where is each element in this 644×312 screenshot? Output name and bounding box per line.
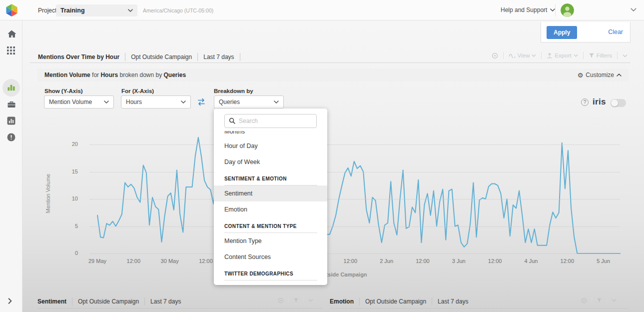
line-view-icon <box>509 53 516 58</box>
help-and-support-label: Help and Support <box>501 6 547 14</box>
dropdown-section-header: SENTIMENT & EMOTION <box>224 173 317 186</box>
chevron-down-icon[interactable] <box>308 298 313 302</box>
tab-last-7-days[interactable]: Last 7 days <box>432 298 474 305</box>
export-icon <box>547 52 553 58</box>
toolbar-separator <box>617 52 618 59</box>
x-axis-tick: 2 Jun <box>369 258 404 264</box>
bar-chart-icon[interactable] <box>7 84 16 92</box>
gridline <box>90 226 620 227</box>
dropdown-section-header: CONTENT & MENTION TYPE <box>224 220 317 233</box>
brandwatch-logo[interactable] <box>5 4 18 17</box>
chevron-down-icon[interactable] <box>631 8 637 12</box>
home-icon[interactable] <box>7 30 16 38</box>
report-icon[interactable] <box>7 116 16 126</box>
y-axis-tick: 20 <box>54 141 78 147</box>
toolbar-separator <box>592 297 592 304</box>
x-axis-tick: 30 May <box>152 258 187 264</box>
filters-menu[interactable]: Filters <box>589 52 612 58</box>
x-axis-tick: 12:00 <box>550 258 585 264</box>
x-axis-tick: 12:00 <box>116 258 151 264</box>
filter-icon[interactable] <box>293 298 299 303</box>
chevron-down-icon <box>550 8 555 12</box>
gridline <box>90 254 620 254</box>
dropdown-item-hour-of-day[interactable]: Hour of Day <box>214 138 327 154</box>
chevron-down-icon <box>574 54 578 57</box>
search-input[interactable] <box>224 114 317 128</box>
left-sidebar <box>0 20 22 312</box>
x-axis-tick: 5 Jun <box>586 258 621 264</box>
dropdown-item-mention-type[interactable]: Mention Type <box>214 233 327 249</box>
project-select-value: Training <box>60 7 128 14</box>
tab-last-7-days[interactable]: Last 7 days <box>145 298 186 305</box>
tab-emotion[interactable]: Emotion <box>330 298 359 305</box>
settings-icon[interactable] <box>492 52 498 59</box>
help-and-support-menu[interactable]: Help and Support <box>501 6 555 14</box>
sentiment-panel-header: Sentiment Opt Outside Campaign Last 7 da… <box>37 294 186 308</box>
emotion-panel-toolbar <box>581 297 617 304</box>
clear-link[interactable]: Clear <box>608 28 623 36</box>
breakdown-dropdown-menu: MonthsHour of DayDay of WeekSENTIMENT & … <box>214 108 327 285</box>
y-axis-tick: 10 <box>54 196 78 202</box>
toolbar-separator <box>607 297 607 304</box>
tab-opt-outside-campaign[interactable]: Opt Outside Campaign <box>72 298 144 305</box>
app-window: Project Training America/Chicago (UTC-05… <box>0 0 644 312</box>
chevron-down-icon <box>532 54 536 57</box>
search-icon <box>229 118 235 124</box>
dropdown-item-account-type[interactable]: Account Type <box>214 280 327 285</box>
briefcase-icon[interactable] <box>7 100 16 109</box>
alert-icon[interactable] <box>7 133 16 142</box>
panel-underline <box>330 308 629 308</box>
tab-sentiment[interactable]: Sentiment <box>37 298 72 305</box>
filters-label: Filters <box>597 52 612 58</box>
settings-icon[interactable] <box>278 298 284 304</box>
y-axis-tick: 5 <box>54 223 78 229</box>
dropdown-item-label: Months <box>224 131 327 138</box>
project-select[interactable]: Training <box>56 4 137 16</box>
tab-opt-outside-campaign[interactable]: Opt Outside Campaign <box>360 298 432 305</box>
settings-icon[interactable] <box>581 298 587 304</box>
view-menu[interactable]: View <box>509 52 537 58</box>
x-axis-tick: 12:00 <box>333 258 368 264</box>
gridline <box>90 144 620 145</box>
toolbar-separator <box>503 52 504 59</box>
gridline <box>90 172 620 172</box>
view-label: View <box>518 52 530 58</box>
y-axis-title: Mention Volume <box>45 156 51 231</box>
emotion-panel-header: Emotion Opt Outside Campaign Last 7 days <box>330 294 474 308</box>
mentions-line-chart <box>97 134 620 254</box>
x-axis-tick: 29 May <box>80 258 115 264</box>
sentiment-panel-toolbar <box>278 297 313 304</box>
chevron-down-icon[interactable] <box>623 54 628 58</box>
top-bar: Project Training America/Chicago (UTC-05… <box>0 0 644 20</box>
toolbar-separator <box>288 297 289 304</box>
apply-button[interactable]: Apply <box>547 26 577 39</box>
dropdown-item-sentiment[interactable]: Sentiment <box>214 186 327 202</box>
y-axis-tick: 0 <box>54 250 78 256</box>
export-menu[interactable]: Export <box>547 52 578 58</box>
topbar-divider <box>555 4 556 16</box>
toolbar-separator <box>583 52 584 59</box>
apps-grid-icon[interactable] <box>7 46 16 56</box>
filter-icon[interactable] <box>597 298 602 303</box>
x-axis-tick: 12:00 <box>405 258 440 264</box>
dropdown-item-months[interactable]: Months <box>214 131 327 138</box>
dropdown-item-content-sources[interactable]: Content Sources <box>214 249 327 265</box>
y-axis-tick: 15 <box>54 168 78 174</box>
panel-underline <box>37 308 322 308</box>
filter-icon <box>589 52 595 58</box>
dropdown-section-header: TWITTER DEMOGRAPHICS <box>224 268 317 280</box>
project-label: Project <box>38 7 56 14</box>
avatar[interactable] <box>561 4 574 17</box>
widget-toolbar: View Export Filters <box>492 52 628 59</box>
x-axis-tick: 3 Jun <box>441 258 476 264</box>
dropdown-item-emotion[interactable]: Emotion <box>214 202 327 218</box>
chevron-down-icon[interactable] <box>612 298 617 302</box>
dropdown-item-day-of-week[interactable]: Day of Week <box>214 154 327 170</box>
timezone-label: America/Chicago (UTC-05:00) <box>143 8 213 14</box>
sidebar-expand-chevron[interactable] <box>8 298 12 304</box>
dropdown-option-list: MonthsHour of DayDay of WeekSENTIMENT & … <box>214 131 327 285</box>
export-label: Export <box>555 52 571 58</box>
filter-panel-footer: Apply Clear <box>541 22 631 42</box>
gridline <box>90 199 620 200</box>
x-axis-tick: 12:00 <box>478 258 513 264</box>
